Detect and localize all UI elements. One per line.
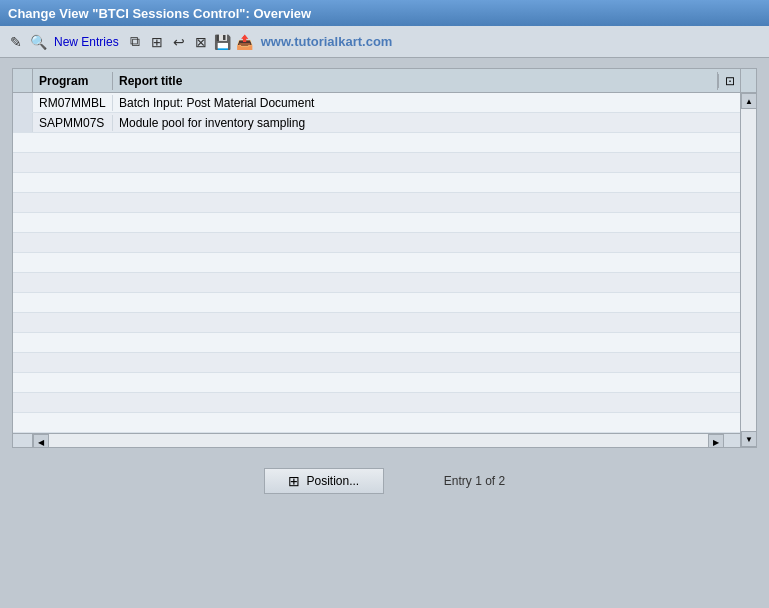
table-row-empty <box>13 393 740 413</box>
scroll-left-button[interactable]: ◀ <box>33 434 49 447</box>
table-row-empty <box>13 413 740 433</box>
scroll-right-button[interactable]: ▶ <box>708 434 724 447</box>
table-row-empty <box>13 133 740 153</box>
scroll-up-button[interactable]: ▲ <box>741 93 756 109</box>
content-area: Program Report title ⊡ RM07MMBL Batch In… <box>0 58 769 608</box>
export-icon[interactable]: 📤 <box>235 32 255 52</box>
table-row[interactable]: RM07MMBL Batch Input: Post Material Docu… <box>13 93 740 113</box>
table-row[interactable]: SAPMM07S Module pool for inventory sampl… <box>13 113 740 133</box>
table-body: RM07MMBL Batch Input: Post Material Docu… <box>13 93 740 433</box>
position-button[interactable]: ⊞ Position... <box>264 468 384 494</box>
table-row-empty <box>13 353 740 373</box>
column-settings-icon[interactable]: ⊡ <box>718 74 740 88</box>
table-row-empty <box>13 253 740 273</box>
save-icon[interactable]: 💾 <box>213 32 233 52</box>
new-entries-button[interactable]: New Entries <box>50 33 123 51</box>
scroll-v-track[interactable] <box>741 109 756 431</box>
table-row-empty <box>13 193 740 213</box>
table-row-empty <box>13 373 740 393</box>
table-row-empty <box>13 293 740 313</box>
table-row-empty <box>13 233 740 253</box>
title-bar: Change View "BTCI Sessions Control": Ove… <box>0 0 769 26</box>
entry-info: Entry 1 of 2 <box>444 474 505 488</box>
table-row-empty <box>13 333 740 353</box>
position-label: Position... <box>306 474 359 488</box>
delete-icon[interactable]: ⊠ <box>191 32 211 52</box>
col-header-program: Program <box>33 72 113 90</box>
table-row-empty <box>13 273 740 293</box>
scroll-down-button[interactable]: ▼ <box>741 431 756 447</box>
title-text: Change View "BTCI Sessions Control": Ove… <box>8 6 311 21</box>
footer-area: ⊞ Position... Entry 1 of 2 <box>12 468 757 494</box>
table-row-empty <box>13 153 740 173</box>
cell-program-1: SAPMM07S <box>33 115 113 131</box>
table-row-empty <box>13 173 740 193</box>
toolbar: ✎ 🔍 New Entries ⧉ ⊞ ↩ ⊠ 💾 📤 www.tutorial… <box>0 26 769 58</box>
document-search-icon[interactable]: 🔍 <box>28 32 48 52</box>
scroll-h-track[interactable] <box>49 434 708 447</box>
table-row-empty <box>13 213 740 233</box>
watermark-text: www.tutorialkart.com <box>261 34 393 49</box>
cell-report-0: Batch Input: Post Material Document <box>113 95 740 111</box>
col-header-report: Report title <box>113 72 718 90</box>
move-icon[interactable]: ⊞ <box>147 32 167 52</box>
copy-rows-icon[interactable]: ⧉ <box>125 32 145 52</box>
position-icon: ⊞ <box>288 473 300 489</box>
undo-icon[interactable]: ↩ <box>169 32 189 52</box>
pencil-icon[interactable]: ✎ <box>6 32 26 52</box>
cell-report-1: Module pool for inventory sampling <box>113 115 740 131</box>
cell-program-0: RM07MMBL <box>33 95 113 111</box>
table-row-empty <box>13 313 740 333</box>
